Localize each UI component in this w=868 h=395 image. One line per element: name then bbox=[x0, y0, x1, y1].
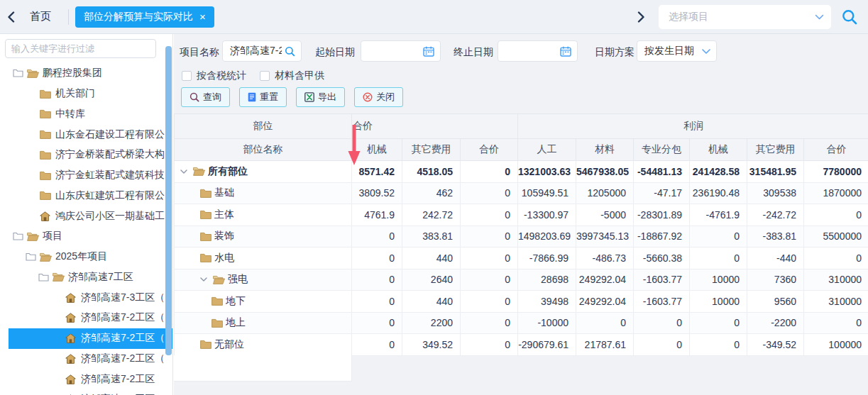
sidebar-tree-item[interactable]: 济邹高速7-2工区（ bbox=[0, 349, 172, 369]
name-cell[interactable]: 基础 bbox=[175, 182, 352, 204]
name-cell[interactable]: 所有部位 bbox=[175, 161, 352, 183]
name-cell[interactable]: 强电 bbox=[175, 269, 352, 291]
value-cell: 5467938.05 bbox=[576, 161, 634, 183]
sidebar: 鹏程控股集团机关部门中转库山东金石建设工程有限公济宁金桥装配式桥梁大构济宁金虹装… bbox=[0, 34, 173, 395]
sidebar-tree-item[interactable]: 济邹高速7-2工区（ bbox=[0, 328, 172, 349]
folder-icon bbox=[200, 253, 211, 262]
tree-expander-icon[interactable] bbox=[26, 252, 40, 261]
value-cell: 10000 bbox=[690, 291, 747, 313]
project-select[interactable]: 选择项目 bbox=[659, 5, 831, 29]
table-row[interactable]: 基础3809.524620105949.511205000-47.1723619… bbox=[175, 182, 868, 204]
value-cell: -290679.61 bbox=[518, 334, 576, 356]
sidebar-scrollbar[interactable] bbox=[165, 46, 172, 355]
table-row[interactable]: 地下0440039498249292.04-1603.7710000956031… bbox=[175, 291, 868, 313]
table-row[interactable]: 主体4761.9242.720-13300.97-5000-28301.89-4… bbox=[175, 204, 868, 226]
value-cell: -440 bbox=[747, 247, 804, 269]
back-icon[interactable] bbox=[0, 6, 21, 28]
tab-active[interactable]: 部位分解预算与实际对比 × bbox=[75, 6, 214, 28]
value-cell: 2200 bbox=[402, 312, 461, 334]
value-cell: -10000 bbox=[518, 312, 576, 334]
table-row[interactable]: 强电02640028698249292.04-1603.771000073603… bbox=[175, 269, 868, 291]
caret-down-icon[interactable] bbox=[180, 169, 190, 174]
date-scheme-select[interactable]: 按发生日期 bbox=[637, 40, 717, 62]
value-cell: 0 bbox=[461, 226, 518, 247]
search-small-icon[interactable] bbox=[285, 46, 295, 57]
table-row[interactable]: 水电04400-7866.99-486.73-5660.380-4400 bbox=[175, 247, 868, 269]
column-header[interactable]: 其它费用 bbox=[747, 139, 804, 161]
name-cell[interactable]: 装饰 bbox=[175, 226, 352, 247]
end-date-input[interactable] bbox=[505, 45, 557, 57]
column-header[interactable]: 其它费用 bbox=[402, 139, 461, 161]
checkbox-material[interactable]: 材料含甲供 bbox=[260, 69, 324, 82]
checkbox-tax[interactable]: 按含税统计 bbox=[182, 69, 246, 82]
sidebar-tree-item[interactable]: 济邹高速7-3工区（ bbox=[0, 287, 172, 308]
column-header[interactable]: 专业分包 bbox=[634, 139, 690, 161]
value-cell: 8571.42 bbox=[352, 161, 402, 183]
tree-filter-input[interactable] bbox=[5, 39, 156, 58]
tab-close-icon[interactable]: × bbox=[199, 11, 206, 22]
export-button-label: 导出 bbox=[318, 91, 336, 104]
sidebar-tree-item[interactable]: 山东金石建设工程有限公 bbox=[0, 124, 172, 145]
table-row[interactable]: 装饰0383.8101498203.693997345.13-18867.920… bbox=[175, 226, 868, 247]
column-header[interactable]: 机械 bbox=[690, 139, 747, 161]
sidebar-tree-item[interactable]: 济邹高速7-2工区 bbox=[0, 369, 172, 389]
project-name-input[interactable] bbox=[230, 45, 282, 57]
query-button[interactable]: 查询 bbox=[181, 87, 230, 107]
search-icon[interactable] bbox=[841, 9, 858, 26]
sidebar-tree-item[interactable]: 机关部门 bbox=[0, 84, 172, 104]
start-date-input[interactable] bbox=[368, 45, 420, 57]
column-header[interactable]: 部位名称 bbox=[175, 139, 352, 161]
name-cell[interactable]: 无部位 bbox=[175, 334, 352, 356]
calendar-icon[interactable] bbox=[423, 46, 434, 57]
column-header[interactable]: 机械 bbox=[352, 139, 402, 161]
tree-expander-icon[interactable] bbox=[13, 69, 27, 77]
sidebar-tree-item[interactable]: 济邹高速7工区 bbox=[0, 267, 172, 288]
start-date-field[interactable] bbox=[361, 40, 441, 62]
folder-icon bbox=[27, 232, 42, 241]
name-cell[interactable]: 地上 bbox=[175, 312, 352, 334]
sidebar-tree-item[interactable]: 济宁金虹装配式建筑科技 bbox=[0, 165, 172, 186]
table-row[interactable]: 无部位0349.520-290679.6121787.6100-349.5210… bbox=[175, 334, 868, 356]
close-button[interactable]: 关闭 bbox=[354, 87, 403, 107]
export-button[interactable]: 导出 bbox=[296, 87, 345, 107]
sidebar-tree-item[interactable]: 中转库 bbox=[0, 104, 172, 125]
checkbox-tax-box[interactable] bbox=[182, 71, 192, 81]
value-cell: 1870000 bbox=[804, 182, 868, 204]
folder-icon bbox=[40, 130, 55, 139]
sidebar-tree-item[interactable]: 济邹高速7-1工区（ bbox=[0, 389, 172, 395]
column-header[interactable]: 合价 bbox=[461, 139, 518, 161]
tree-item-label: 济宁金桥装配式桥梁大构 bbox=[55, 148, 165, 161]
column-header[interactable]: 合价 bbox=[804, 139, 868, 161]
table-row[interactable]: 地上022000-10000000-22000 bbox=[175, 312, 868, 334]
sidebar-tree-item[interactable]: 鸿庆公司小区一期基础工 bbox=[0, 206, 172, 226]
name-cell[interactable]: 地下 bbox=[175, 291, 352, 313]
value-cell: 0 bbox=[461, 204, 518, 226]
reset-button[interactable]: 重置 bbox=[239, 87, 287, 107]
name-cell[interactable]: 主体 bbox=[175, 204, 352, 226]
value-cell: 0 bbox=[352, 291, 402, 313]
tree-expander-icon[interactable] bbox=[38, 273, 53, 282]
table-row[interactable]: 所有部位8571.424518.0501321003.635467938.05-… bbox=[175, 161, 868, 183]
sidebar-tree-item[interactable]: 济宁金桥装配式桥梁大构 bbox=[0, 145, 172, 165]
end-date-field[interactable] bbox=[498, 40, 578, 62]
calendar-icon[interactable] bbox=[560, 46, 571, 57]
project-name-field[interactable] bbox=[222, 40, 302, 62]
sidebar-tree-item[interactable]: 鹏程控股集团 bbox=[0, 63, 172, 84]
column-header[interactable]: 材料 bbox=[576, 139, 634, 161]
frozen-column-footer bbox=[174, 355, 352, 382]
column-header[interactable]: 人工 bbox=[518, 139, 576, 161]
value-cell: 2640 bbox=[402, 269, 461, 291]
checkbox-material-box[interactable] bbox=[260, 71, 270, 81]
caret-down-icon[interactable] bbox=[200, 277, 210, 282]
tree-expander-icon[interactable] bbox=[13, 232, 27, 240]
folder-icon bbox=[200, 232, 211, 241]
tab-home[interactable]: 首页 bbox=[21, 10, 68, 23]
export-excel-icon bbox=[304, 92, 314, 102]
sidebar-tree-item[interactable]: 济邹高速7-2工区（ bbox=[0, 308, 172, 328]
house-icon bbox=[40, 211, 55, 221]
sidebar-tree-item[interactable]: 项目 bbox=[0, 226, 172, 247]
sidebar-tree-item[interactable]: 山东庆虹建筑工程有限公 bbox=[0, 186, 172, 206]
name-cell[interactable]: 水电 bbox=[175, 247, 352, 269]
forward-icon[interactable] bbox=[630, 6, 652, 28]
sidebar-tree-item[interactable]: 2025年项目 bbox=[0, 247, 172, 267]
